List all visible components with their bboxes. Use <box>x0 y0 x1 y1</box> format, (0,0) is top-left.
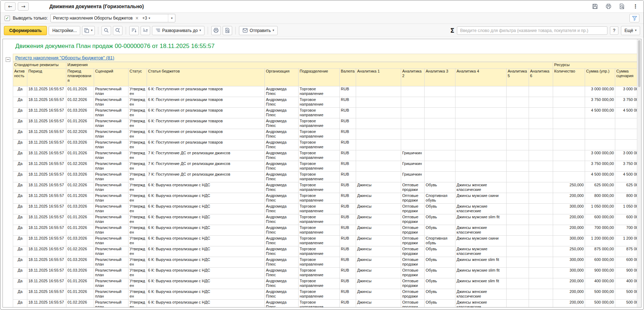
table-cell[interactable]: Утвержден <box>129 129 147 140</box>
table-cell[interactable] <box>529 140 553 150</box>
print-preview-button[interactable] <box>223 26 232 35</box>
table-cell[interactable]: RUB <box>340 268 356 278</box>
table-cell[interactable] <box>507 268 529 278</box>
table-cell[interactable]: RUB <box>340 204 356 214</box>
scrollbar-thumb[interactable] <box>638 40 640 87</box>
table-cell[interactable]: Торговое направление <box>299 140 340 150</box>
table-cell[interactable]: Торговое направление <box>299 268 340 278</box>
table-cell[interactable]: 200,000 <box>553 289 585 300</box>
table-cell[interactable]: 18.11.2025 16:55:57 <box>27 97 66 108</box>
table-cell[interactable]: Торговое направление <box>299 193 340 204</box>
table-cell[interactable]: Обувь <box>425 225 455 236</box>
table-cell[interactable]: 625 000,00 <box>585 182 615 193</box>
table-cell[interactable]: Джинсы женские классические <box>455 289 507 300</box>
sort-ascending-button[interactable] <box>141 26 150 35</box>
table-cell[interactable]: 01.01.2026 <box>66 278 94 289</box>
table-cell[interactable]: Торговое направление <box>299 257 340 268</box>
table-cell[interactable]: 900 000,00 <box>585 268 615 278</box>
table-cell[interactable]: Андромеда Плюс <box>265 268 299 278</box>
table-cell[interactable]: 6 К: Поступления от реализации товаров <box>147 140 265 150</box>
table-cell[interactable]: Оптовые продажи <box>401 225 425 236</box>
column-header[interactable]: Аналитика 5 <box>507 69 529 86</box>
table-cell[interactable]: 01.01.2026 <box>66 118 94 129</box>
print-button[interactable] <box>211 26 221 35</box>
table-cell[interactable]: Утвержден <box>129 118 147 129</box>
column-header[interactable]: Подразделение <box>299 69 340 86</box>
table-cell[interactable]: Утвержден <box>129 289 147 300</box>
table-cell[interactable]: Да <box>13 182 27 193</box>
table-cell[interactable]: 3 750 000,00 <box>585 161 615 172</box>
table-cell[interactable]: Джинсы женские slim fit <box>455 278 507 289</box>
table-cell[interactable]: Утвержден <box>129 161 147 172</box>
table-cell[interactable]: 800 000,00 <box>585 193 615 204</box>
table-cell[interactable] <box>356 150 401 161</box>
column-header[interactable]: Аналитика 6 <box>529 69 553 86</box>
table-cell[interactable]: Да <box>13 246 27 257</box>
table-cell[interactable]: 250,000 <box>553 182 585 193</box>
table-cell[interactable]: Торговое направление <box>299 236 340 246</box>
table-cell[interactable]: Спортивная обувь <box>425 236 455 246</box>
table-cell[interactable]: Реалистичный план <box>94 150 129 161</box>
table-cell[interactable]: Андромеда Плюс <box>265 150 299 161</box>
table-cell[interactable]: Оптовые продажи <box>401 204 425 214</box>
collapse-group-toggle[interactable]: − <box>6 57 10 62</box>
table-cell[interactable]: Утвержден <box>129 214 147 225</box>
table-cell[interactable]: Торговое направление <box>299 161 340 172</box>
table-cell[interactable]: Андромеда Плюс <box>265 118 299 129</box>
table-cell[interactable]: 01.02.2026 <box>66 97 94 108</box>
table-cell[interactable]: RUB <box>340 236 356 246</box>
table-cell[interactable]: 18.11.2025 16:55:57 <box>27 108 66 118</box>
table-cell[interactable]: Обувь <box>425 182 455 193</box>
table-cell[interactable]: RUB <box>340 182 356 193</box>
table-cell[interactable]: 6 К: Поступления от реализации товаров <box>147 86 265 97</box>
table-cell[interactable] <box>356 172 401 182</box>
table-cell[interactable]: Утвержден <box>129 204 147 214</box>
table-cell[interactable]: Утвержден <box>129 225 147 236</box>
table-cell[interactable]: Обувь <box>425 246 455 257</box>
table-cell[interactable] <box>507 86 529 97</box>
table-cell[interactable]: Андромеда Плюс <box>265 204 299 214</box>
table-cell[interactable] <box>553 97 585 108</box>
table-cell[interactable] <box>585 118 615 129</box>
table-cell[interactable]: Утвержден <box>129 236 147 246</box>
table-cell[interactable] <box>455 108 507 118</box>
table-cell[interactable]: 6 К: Выручка отреализации с НДС <box>147 289 265 300</box>
table-cell[interactable] <box>507 193 529 204</box>
table-cell[interactable]: Андромеда Плюс <box>265 278 299 289</box>
table-cell[interactable]: RUB <box>340 172 356 182</box>
table-cell[interactable]: 6 К: Поступления от реализации товаров <box>147 108 265 118</box>
table-cell[interactable]: 7 К: Поступление ДС от реализации джинсо… <box>147 150 265 161</box>
table-cell[interactable]: Джинсы мужские скини <box>455 236 507 246</box>
table-cell[interactable]: 18.11.2025 16:55:57 <box>27 129 66 140</box>
table-cell[interactable]: Джинсы <box>356 182 401 193</box>
table-cell[interactable] <box>507 204 529 214</box>
table-cell[interactable]: Джинсы женские классические <box>455 182 507 193</box>
table-cell[interactable]: 18.11.2025 16:55:57 <box>27 289 66 300</box>
table-cell[interactable]: Андромеда Плюс <box>265 246 299 257</box>
table-cell[interactable]: 1 200 000,00 <box>585 236 615 246</box>
table-cell[interactable] <box>507 172 529 182</box>
table-cell[interactable] <box>507 214 529 225</box>
table-cell[interactable] <box>356 140 401 150</box>
table-cell[interactable] <box>529 172 553 182</box>
table-cell[interactable] <box>553 86 585 97</box>
table-cell[interactable]: Джинсы <box>356 246 401 257</box>
combo-dropdown-button[interactable]: ▾ <box>168 14 175 22</box>
table-cell[interactable] <box>455 129 507 140</box>
table-cell[interactable]: Андромеда Плюс <box>265 289 299 300</box>
table-cell[interactable]: Реалистичный план <box>94 161 129 172</box>
table-cell[interactable]: 6 К: Выручка отреализации с НДС <box>147 268 265 278</box>
search-button[interactable] <box>102 26 111 35</box>
table-cell[interactable]: Утвержден <box>129 182 147 193</box>
table-cell[interactable]: 01.03.2026 <box>66 204 94 214</box>
table-cell[interactable]: 4 500 000,00 <box>585 172 615 182</box>
table-cell[interactable]: Реалистичный план <box>94 97 129 108</box>
table-cell[interactable]: Джинсы <box>356 214 401 225</box>
table-cell[interactable]: Джинсы мужские slim fit <box>455 268 507 278</box>
table-cell[interactable]: 200,000 <box>553 225 585 236</box>
table-cell[interactable]: Да <box>13 278 27 289</box>
column-header[interactable]: Количество <box>553 69 585 86</box>
find-button-top[interactable] <box>618 2 626 10</box>
table-cell[interactable]: 18.11.2025 16:55:57 <box>27 161 66 172</box>
table-cell[interactable]: 18.11.2025 16:55:57 <box>27 300 66 308</box>
